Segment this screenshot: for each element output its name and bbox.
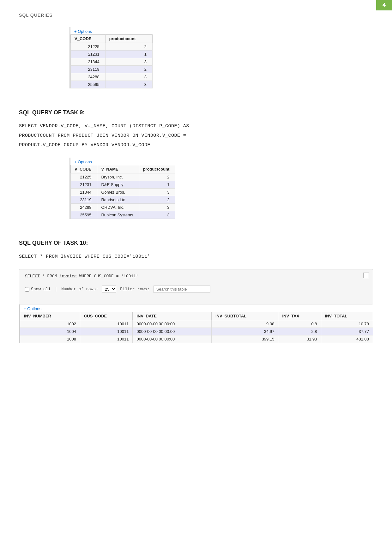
cell-count: 3 <box>139 189 175 196</box>
cell-cus-code: 10011 <box>80 320 133 328</box>
cell-vcode: 21344 <box>71 189 97 196</box>
col2-productcount: productcount <box>139 165 175 173</box>
cell-count: 2 <box>139 173 175 181</box>
cell-count: 3 <box>105 58 152 66</box>
col-productcount: productcount <box>105 35 152 43</box>
task9-table2-wrapper: + Options V_CODE V_NAME productcount 212… <box>69 158 175 219</box>
table-row: 25595 3 <box>71 81 153 88</box>
cell-vcode: 24288 <box>71 73 106 81</box>
rows-select[interactable]: 25 <box>102 286 116 293</box>
cell-inv-subtotal: 9.98 <box>211 320 278 328</box>
cell-vcode: 21231 <box>71 51 106 58</box>
task9-table1-wrapper: + Options V_CODE productcount 21225 2212… <box>69 27 153 88</box>
table-row: 21344 Gomez Bros. 3 <box>71 189 175 196</box>
table-row: 1002 10011 0000-00-00 00:00:00 9.98 0.8 … <box>20 320 373 328</box>
col-inv-number: INV_NUMBER <box>20 312 80 320</box>
cell-inv-number: 1002 <box>20 320 80 328</box>
col-vcode: V_CODE <box>71 35 106 43</box>
cell-vcode: 23119 <box>71 66 106 73</box>
sql-asterisk: * FROM <box>42 274 60 279</box>
cell-inv-tax: 0.8 <box>278 320 321 328</box>
cell-count: 3 <box>139 204 175 211</box>
cell-inv-subtotal: 399.15 <box>211 335 278 343</box>
table-row: 24288 ORDVA, Inc. 3 <box>71 204 175 211</box>
col-inv-subtotal: INV_SUBTOTAL <box>211 312 278 320</box>
table-row: 25595 Rubicon Systems 3 <box>71 211 175 219</box>
cell-count: 3 <box>105 73 152 81</box>
cell-vcode: 21344 <box>71 58 106 66</box>
task10-sql-box-text: SELECT * FROM invoice WHERE CUS_CODE = '… <box>25 274 138 279</box>
task9-sql-line3: PRODUCT.V_CODE GROUP BY VENDOR VENDOR.V_… <box>19 142 150 148</box>
search-input[interactable] <box>154 286 210 293</box>
cell-vname: D&E Supply <box>97 181 139 189</box>
cell-count: 1 <box>105 51 152 58</box>
cell-inv-number: 1004 <box>20 328 80 335</box>
cell-inv-date: 0000-00-00 00:00:00 <box>133 328 211 335</box>
sql-controls: Show all | Number of rows: 25 Filter row… <box>25 282 367 295</box>
select-keyword: SELECT <box>25 274 40 279</box>
cell-vcode: 23119 <box>71 196 97 204</box>
cell-count: 2 <box>139 196 175 204</box>
cell-vcode: 21225 <box>71 173 97 181</box>
table-row: 23119 Randsets Ltd. 2 <box>71 196 175 204</box>
col2-vcode: V_CODE <box>71 165 97 173</box>
task10-sql-box: SELECT * FROM invoice WHERE CUS_CODE = '… <box>19 269 373 304</box>
cell-vcode: 25595 <box>71 81 106 88</box>
task10-table: INV_NUMBER CUS_CODE INV_DATE INV_SUBTOTA… <box>20 312 373 343</box>
control-divider: | <box>54 286 57 292</box>
cell-inv-number: 1008 <box>20 335 80 343</box>
task9-table2: V_CODE V_NAME productcount 21225 Bryson,… <box>70 165 175 219</box>
cell-vname: Bryson, Inc. <box>97 173 139 181</box>
cell-vcode: 24288 <box>71 204 97 211</box>
cell-vname: Rubicon Systems <box>97 211 139 219</box>
table-row: 21344 3 <box>71 58 153 66</box>
table-row: 24288 3 <box>71 73 153 81</box>
table-row: 23119 2 <box>71 66 153 73</box>
cell-cus-code: 10011 <box>80 335 133 343</box>
cell-vcode: 21231 <box>71 181 97 189</box>
task10-heading: SQL QUERY OF TASK 10: <box>19 240 373 246</box>
rows-label: Number of rows: <box>61 287 98 292</box>
table-row: 21231 D&E Supply 1 <box>71 181 175 189</box>
task9-table2-options[interactable]: + Options <box>70 158 175 165</box>
col2-vname: V_NAME <box>97 165 139 173</box>
col-cus-code: CUS_CODE <box>80 312 133 320</box>
cell-inv-subtotal: 34.97 <box>211 328 278 335</box>
task9-sql-line1: SELECT VENDOR.V_CODE, V=_NAME, COUNT (DI… <box>19 123 189 129</box>
cell-inv-total: 37.77 <box>321 328 373 335</box>
page-number: 4 <box>376 0 392 10</box>
cell-inv-date: 0000-00-00 00:00:00 <box>133 335 211 343</box>
cell-count: 1 <box>139 181 175 189</box>
cell-count: 2 <box>105 66 152 73</box>
task9-table1-options[interactable]: + Options <box>70 27 153 34</box>
show-all-checkbox[interactable] <box>25 287 29 292</box>
page-header: SQL QUERIES <box>19 13 373 18</box>
filter-label: Filter rows: <box>120 287 150 292</box>
cell-inv-tax: 31.93 <box>278 335 321 343</box>
task9-sql: SELECT VENDOR.V_CODE, V=_NAME, COUNT (DI… <box>19 122 373 150</box>
table-row: 1004 10011 0000-00-00 00:00:00 34.97 2.8… <box>20 328 373 335</box>
cell-inv-tax: 2.8 <box>278 328 321 335</box>
table-row: 21225 Bryson, Inc. 2 <box>71 173 175 181</box>
col-inv-tax: INV_TAX <box>278 312 321 320</box>
task9-sql-line2: PRODUCTCOUNT FROM PRODUCT JOIN VENDOR ON… <box>19 133 186 138</box>
copy-icon[interactable] <box>363 273 369 278</box>
task9-table1: V_CODE productcount 21225 221231 121344 … <box>70 34 153 88</box>
cell-count: 2 <box>105 43 152 51</box>
cell-inv-total: 431.08 <box>321 335 373 343</box>
invoice-keyword: invoice <box>59 274 77 279</box>
col-inv-total: INV_TOTAL <box>321 312 373 320</box>
task9-heading: SQL QUERY OF TASK 9: <box>19 109 373 116</box>
cell-vname: ORDVA, Inc. <box>97 204 139 211</box>
cell-count: 3 <box>139 211 175 219</box>
cell-vname: Randsets Ltd. <box>97 196 139 204</box>
cell-vcode: 25595 <box>71 211 97 219</box>
col-inv-date: INV_DATE <box>133 312 211 320</box>
show-all-label[interactable]: Show all <box>25 287 51 292</box>
task10-table-wrapper: + Options INV_NUMBER CUS_CODE INV_DATE I… <box>19 304 373 343</box>
sql-where: WHERE CUS_CODE = '10011' <box>79 274 138 279</box>
cell-inv-total: 10.78 <box>321 320 373 328</box>
task10-sql-text: SELECT * FROM INVOICE WHERE CUS_CODE='10… <box>19 252 373 262</box>
task10-table-options[interactable]: + Options <box>20 304 373 312</box>
cell-count: 3 <box>105 81 152 88</box>
